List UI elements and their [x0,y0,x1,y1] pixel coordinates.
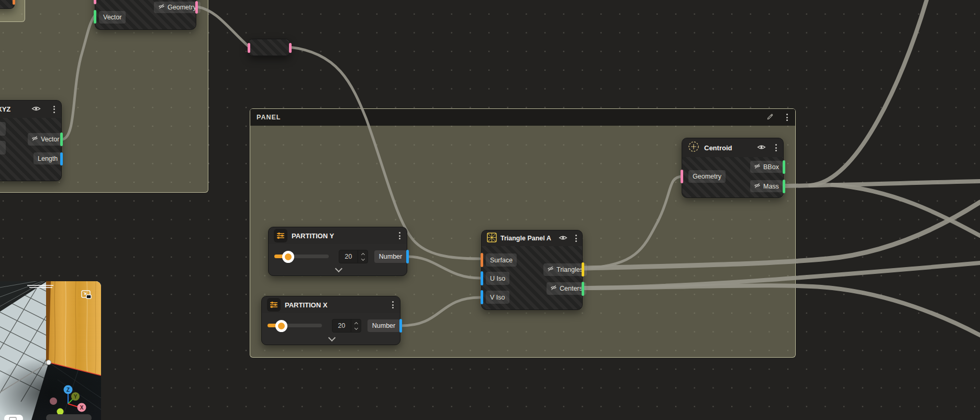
node-xyz[interactable]: XYZ Vector Length [0,100,62,181]
sliders-icon [274,229,287,242]
chip-surface-input[interactable]: Surface [486,253,517,267]
eye-icon[interactable] [757,143,766,152]
wire-mass-branch-top[interactable] [810,0,927,185]
eye-off-icon [754,163,761,171]
wire-triangles-to-centroid-geometry[interactable] [586,176,683,268]
node-centroid-menu-icon[interactable] [774,143,778,152]
chip-triangles-output[interactable]: Triangles [543,263,587,276]
vertex-handle[interactable] [47,360,51,365]
chip-xyz-input-cut-1[interactable] [0,122,6,136]
eye-off-icon [547,266,554,273]
viewport-toolbar-fragment[interactable] [46,414,92,420]
partition-x-stepper[interactable] [351,319,361,332]
wire-geometry-to-relay[interactable] [197,7,248,46]
node-centroid-title: Centroid [704,144,732,152]
port-xyz-vector[interactable] [60,132,63,146]
chip-u-iso-input[interactable]: U Iso [486,272,509,285]
partition-y-slider-knob[interactable] [282,251,294,263]
node-corner-fragment[interactable] [0,0,15,9]
node-centroid-header[interactable]: Centroid [682,138,783,157]
stepper-up-icon[interactable] [361,252,364,256]
partition-x-expand-icon[interactable] [328,334,336,341]
chip-xyz-length-output[interactable]: Length [34,152,62,164]
port-geometry-output[interactable] [195,1,198,14]
port-mass-output[interactable] [783,180,785,193]
centroid-icon [687,140,700,155]
node-triangle-panel-a[interactable]: Triangle Panel A Surface U Iso V Iso Tri… [481,230,583,310]
partition-y-number-chip[interactable]: Number [374,250,407,263]
node-vector-geometry[interactable]: Vector Geometry [95,0,196,30]
axis-z-label: Z [66,387,70,393]
axis-y-label: Y [74,394,77,400]
chip-xyz-input-cut-2[interactable] [0,141,6,154]
partition-y-expand-icon[interactable] [335,265,342,272]
eye-off-icon [31,136,38,143]
wire-centers-out-down-right[interactable] [584,285,980,335]
port-corner-out[interactable] [13,0,15,5]
axis-x-label: X [80,405,84,411]
partition-x-slider-knob[interactable] [275,320,287,332]
stepper-down-icon[interactable] [361,257,364,260]
triangle-pattern-icon [487,233,497,245]
chip-xyz-vector-output[interactable]: Vector [28,133,63,146]
eye-icon[interactable] [31,105,41,114]
eye-off-icon [754,183,761,190]
port-surface-input[interactable] [481,253,483,267]
port-v-iso-input[interactable] [481,290,483,304]
node-partition-x-menu-icon[interactable] [391,300,395,310]
partition-y-number-input[interactable]: 20 [339,250,368,263]
node-triangle-panel-a-header[interactable]: Triangle Panel A [482,230,582,246]
node-centroid[interactable]: Centroid Geometry BBox Mass [682,138,784,198]
node-triangle-panel-a-menu-icon[interactable] [574,234,578,243]
viewport-3d-preview[interactable]: Z Y X [0,281,101,420]
partition-x-number-chip[interactable]: Number [368,319,400,332]
port-centroid-geometry-input[interactable] [681,170,683,183]
wire-xyz-vector-to-vector-input[interactable] [63,16,95,139]
partition-y-stepper[interactable] [358,250,368,263]
wood-panel[interactable] [46,281,101,375]
node-relay[interactable] [248,39,290,56]
port-relay-out[interactable] [289,43,292,53]
node-partition-x[interactable]: PARTITION X 20 Number [261,296,400,345]
node-partition-y-menu-icon[interactable] [398,231,402,240]
axis-neg-ball-maroon[interactable] [50,397,57,405]
eye-off-icon [550,285,557,292]
port-unknown-input[interactable] [94,0,96,4]
partition-y-value[interactable]: 20 [339,250,358,263]
chip-bbox-output[interactable]: BBox [750,161,783,173]
partition-x-number-input[interactable]: 20 [332,319,361,333]
node-xyz-title: XYZ [0,105,10,113]
node-partition-x-title: PARTITION X [285,301,327,309]
partition-x-value[interactable]: 20 [332,319,351,332]
port-partition-x-number[interactable] [399,319,402,333]
chip-v-iso-input[interactable]: V Iso [486,291,509,304]
eye-icon[interactable] [559,234,567,243]
node-partition-y[interactable]: PARTITION Y 20 Number [268,227,407,276]
port-relay-in[interactable] [248,43,250,53]
port-u-iso-input[interactable] [481,271,483,285]
wire-partition-x-to-v-iso[interactable] [401,297,480,326]
eye-off-icon [158,4,165,11]
wire-triangles-out-right[interactable] [584,202,980,268]
wire-mass-branch-down[interactable] [832,185,980,236]
axis-neg-ball-green[interactable] [57,408,64,415]
node-partition-y-header[interactable]: PARTITION Y [269,227,407,244]
port-xyz-length[interactable] [60,152,63,165]
chip-vector-input[interactable]: Vector [99,11,126,24]
node-editor-canvas[interactable]: PANEL Vector [0,0,980,420]
node-partition-x-header[interactable]: PARTITION X [262,296,400,313]
port-vector-input[interactable] [94,10,96,24]
chip-centers-output[interactable]: Centers [547,282,586,295]
port-centers-output[interactable] [582,282,584,296]
port-bbox-output[interactable] [783,160,785,174]
node-xyz-menu-icon[interactable] [52,105,56,114]
port-partition-y-number[interactable] [406,250,409,263]
node-partition-y-title: PARTITION Y [292,232,334,240]
chip-mass-output[interactable]: Mass [750,180,783,192]
stepper-down-icon[interactable] [354,326,358,329]
stepper-up-icon[interactable] [354,322,358,325]
port-triangles-output[interactable] [582,262,584,277]
chip-centroid-geometry-input[interactable]: Geometry [688,170,726,183]
node-xyz-header[interactable]: XYZ [0,101,61,118]
chip-geometry-output[interactable]: Geometry [154,2,201,13]
